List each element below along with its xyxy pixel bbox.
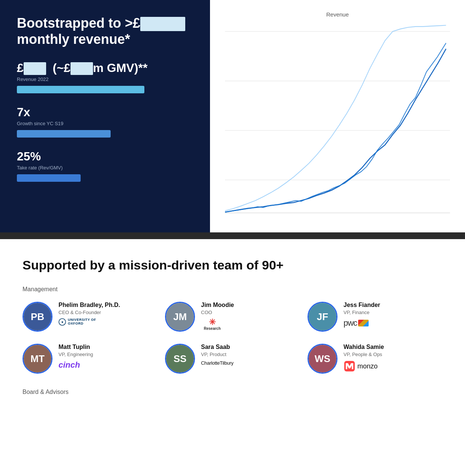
bottom-section: Supported by a mission-driven team of 90… bbox=[0, 239, 465, 410]
revenue-metric: £ (~£m GMV)** Revenue 2022 bbox=[17, 61, 193, 94]
management-label: Management bbox=[22, 286, 442, 293]
revenue-bar bbox=[17, 86, 144, 93]
person-card-jess: JF Jess Fiander VP, Finance pwc bbox=[308, 302, 442, 332]
person-name-phelim: Phelim Bradley, Ph.D. bbox=[58, 302, 120, 308]
revenue-bar-container bbox=[17, 86, 193, 93]
person-card-jim: JM Jim Moodie COO ✳ Research bbox=[165, 302, 300, 332]
dark-separator bbox=[0, 232, 465, 239]
person-card-matt: MT Matt Tuplin VP, Engineering cinch bbox=[22, 344, 158, 374]
avatar-matt: MT bbox=[22, 344, 52, 374]
redacted-revenue bbox=[140, 17, 185, 31]
avatar-sara: SS bbox=[165, 344, 195, 374]
team-heading: Supported by a mission-driven team of 90… bbox=[22, 258, 442, 272]
person-name-wahida: Wahida Samie bbox=[344, 344, 384, 350]
person-title-sara: VP, Product bbox=[201, 352, 233, 357]
svg-text:⚜: ⚜ bbox=[61, 321, 63, 323]
oxford-logo: ⚜ UNIVERSITY OFOXFORD bbox=[58, 318, 120, 326]
person-name-matt: Matt Tuplin bbox=[58, 344, 93, 350]
redacted-rev-val bbox=[24, 62, 46, 75]
person-title-jim: COO bbox=[201, 310, 234, 315]
take-rate-bar bbox=[17, 174, 81, 182]
monzo-m-icon bbox=[344, 360, 356, 372]
growth-metric: 7x Growth since YC S19 bbox=[17, 105, 193, 138]
growth-bar bbox=[17, 130, 111, 138]
avatar-jim: JM bbox=[165, 302, 195, 332]
chart-area bbox=[225, 23, 450, 221]
monzo-text: monzo bbox=[357, 362, 378, 370]
revenue-value: £ (~£m GMV)** bbox=[17, 61, 193, 75]
person-name-jess: Jess Fiander bbox=[344, 302, 380, 308]
team-grid: PB Phelim Bradley, Ph.D. CEO & Co-Founde… bbox=[22, 302, 442, 374]
take-rate-metric: 25% Take rate (Rev/GMV) bbox=[17, 150, 193, 182]
avatar-wahida: WS bbox=[308, 344, 338, 374]
person-title-wahida: VP, People & Ops bbox=[344, 352, 384, 357]
pwc-logo: pwc bbox=[344, 318, 380, 328]
person-card-wahida: WS Wahida Samie VP, People & Ops monzo bbox=[308, 344, 442, 374]
avatar-phelim: PB bbox=[22, 302, 52, 332]
charlotte-logo: CharlotteTilbury bbox=[201, 360, 233, 366]
person-title-phelim: CEO & Co-Founder bbox=[58, 310, 120, 315]
person-name-jim: Jim Moodie bbox=[201, 302, 234, 308]
take-rate-bar-container bbox=[17, 174, 193, 182]
person-name-sara: Sara Saab bbox=[201, 344, 233, 350]
growth-bar-container bbox=[17, 130, 193, 138]
chart-title: Revenue bbox=[225, 11, 450, 18]
research-text: Research bbox=[204, 326, 220, 331]
growth-label: Growth since YC S19 bbox=[17, 121, 193, 126]
growth-value: 7x bbox=[17, 105, 193, 119]
oxford-crest-icon: ⚜ bbox=[58, 318, 66, 326]
board-advisors-label: Board & Advisors bbox=[22, 389, 442, 395]
take-rate-label: Take rate (Rev/GMV) bbox=[17, 165, 193, 171]
take-rate-value: 25% bbox=[17, 150, 193, 163]
person-title-matt: VP, Engineering bbox=[58, 352, 93, 357]
person-card-sara: SS Sara Saab VP, Product CharlotteTilbur… bbox=[165, 344, 300, 374]
research-star-icon: ✳ bbox=[209, 318, 216, 326]
main-heading: Bootstrapped to >£ monthly revenue* bbox=[17, 15, 193, 48]
left-panel: Bootstrapped to >£ monthly revenue* £ (~… bbox=[0, 0, 210, 232]
person-title-jess: VP, Finance bbox=[344, 310, 380, 315]
avatar-jess: JF bbox=[308, 302, 338, 332]
person-card-phelim: PB Phelim Bradley, Ph.D. CEO & Co-Founde… bbox=[22, 302, 158, 332]
monzo-logo: monzo bbox=[344, 360, 384, 372]
redacted-gmv-val bbox=[70, 62, 93, 75]
pwc-color-block bbox=[358, 320, 369, 326]
research-logo: ✳ Research bbox=[201, 318, 224, 331]
cinch-logo: cinch bbox=[58, 360, 93, 370]
revenue-label: Revenue 2022 bbox=[17, 76, 193, 82]
right-panel: Revenue bbox=[210, 0, 465, 232]
revenue-chart-svg bbox=[225, 23, 450, 221]
top-section: Bootstrapped to >£ monthly revenue* £ (~… bbox=[0, 0, 465, 232]
heading-line2: monthly revenue* bbox=[17, 31, 130, 47]
